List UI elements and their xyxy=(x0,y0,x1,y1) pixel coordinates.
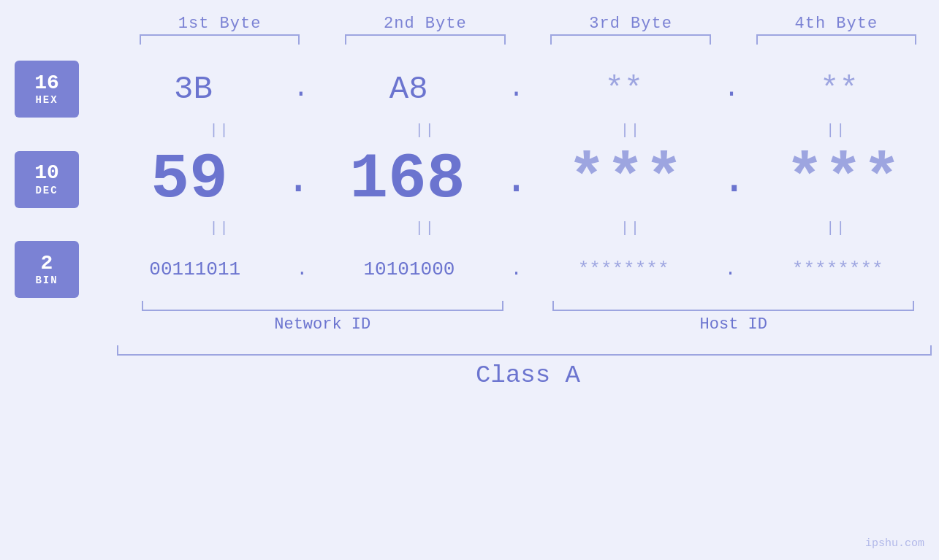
sep-row-2: || || || || xyxy=(0,220,939,237)
dec-byte4: *** xyxy=(748,143,939,215)
host-id-label: Host ID xyxy=(528,311,940,334)
bin-badge: 2 BIN xyxy=(15,241,79,298)
sep-bar-1-1: || xyxy=(210,122,230,139)
bin-byte2: 10101000 xyxy=(308,258,511,280)
bottom-brackets xyxy=(117,301,939,311)
dec-values: 59 . 168 . *** . *** xyxy=(94,143,939,215)
hex-dot-2: . xyxy=(509,76,525,102)
byte1-header: 1st Byte xyxy=(117,15,322,33)
bin-number: 2 xyxy=(41,253,53,275)
top-bracket-2 xyxy=(345,34,505,45)
dec-dot-2: . xyxy=(503,158,529,202)
bin-byte4: ******** xyxy=(736,258,939,280)
bin-dot-2: . xyxy=(511,260,522,279)
bottom-bracket-area: Network ID Host ID xyxy=(0,301,939,334)
bin-byte3: ******** xyxy=(522,258,725,280)
byte2-header: 2nd Byte xyxy=(322,15,528,33)
host-bracket-wrap xyxy=(528,301,940,311)
class-outer-bracket xyxy=(117,345,932,356)
top-bracket-1 xyxy=(140,34,300,45)
sep-bar-1-4: || xyxy=(826,122,846,139)
byte3-header: 3rd Byte xyxy=(528,15,734,33)
dec-number: 10 xyxy=(34,162,59,185)
sep-cell-2-2: || xyxy=(322,220,528,237)
sep-bar-1-3: || xyxy=(620,122,641,139)
sep-cell-2-1: || xyxy=(117,220,322,237)
header-row: 1st Byte 2nd Byte 3rd Byte 4th Byte xyxy=(0,15,939,33)
net-bracket-wrap xyxy=(117,301,528,311)
sep-cell-1-2: || xyxy=(322,122,528,139)
class-section: Class A xyxy=(0,345,939,389)
sep-bar-2-1: || xyxy=(210,220,230,237)
sep-row-1: || || || || xyxy=(0,122,939,139)
sep-cell-1-3: || xyxy=(528,122,734,139)
top-bracket-3 xyxy=(550,34,710,45)
sep-cell-2-4: || xyxy=(734,220,939,237)
dec-byte2: 168 xyxy=(311,143,503,215)
bin-values: 00111011 . 10101000 . ******** . *******… xyxy=(94,258,939,280)
top-bracket-cell-4 xyxy=(734,33,939,46)
dec-byte3: *** xyxy=(530,143,721,215)
hex-values: 3B . A8 . ** . ** xyxy=(94,71,939,107)
hex-byte2: A8 xyxy=(309,71,509,107)
main-container: 1st Byte 2nd Byte 3rd Byte 4th Byte 16 H… xyxy=(0,0,939,560)
sep-bar-2-3: || xyxy=(620,220,641,237)
hex-label: HEX xyxy=(35,94,58,106)
bin-byte1: 00111011 xyxy=(94,258,297,280)
dec-byte1: 59 xyxy=(94,143,285,215)
dec-badge: 10 DEC xyxy=(15,151,79,208)
net-bracket xyxy=(142,301,503,311)
dec-label: DEC xyxy=(35,185,58,196)
class-label: Class A xyxy=(117,356,939,389)
hex-byte1: 3B xyxy=(94,71,293,107)
hex-row: 16 HEX 3B . A8 . ** . ** xyxy=(0,61,939,118)
dec-dot-1: . xyxy=(285,158,311,202)
watermark: ipshu.com xyxy=(865,537,924,550)
hex-dot-3: . xyxy=(723,76,740,102)
hex-number: 16 xyxy=(34,72,59,95)
dec-dot-3: . xyxy=(721,158,748,202)
dec-row: 10 DEC 59 . 168 . *** . *** xyxy=(0,143,939,215)
sep-bar-1-2: || xyxy=(415,122,436,139)
hex-byte3: ** xyxy=(524,71,723,107)
sep-cell-1-1: || xyxy=(117,122,322,139)
host-bracket xyxy=(552,301,914,311)
sep-cell-2-3: || xyxy=(528,220,734,237)
top-bracket-cell-1 xyxy=(117,33,322,46)
top-bracket-row xyxy=(0,33,939,46)
sep-cell-1-4: || xyxy=(734,122,939,139)
hex-byte4: ** xyxy=(740,71,939,107)
sep-bar-2-4: || xyxy=(826,220,846,237)
top-bracket-cell-2 xyxy=(322,33,528,46)
hex-dot-1: . xyxy=(293,76,309,102)
bin-row: 2 BIN 00111011 . 10101000 . ******** . *… xyxy=(0,241,939,298)
bin-dot-3: . xyxy=(725,260,737,279)
bin-dot-1: . xyxy=(297,260,308,279)
byte4-header: 4th Byte xyxy=(734,15,939,33)
sep-bar-2-2: || xyxy=(415,220,436,237)
top-bracket-4 xyxy=(756,34,916,45)
top-bracket-cell-3 xyxy=(528,33,734,46)
label-row: Network ID Host ID xyxy=(117,311,939,334)
bin-label: BIN xyxy=(35,275,58,286)
hex-badge: 16 HEX xyxy=(15,61,79,118)
network-id-label: Network ID xyxy=(117,311,528,334)
